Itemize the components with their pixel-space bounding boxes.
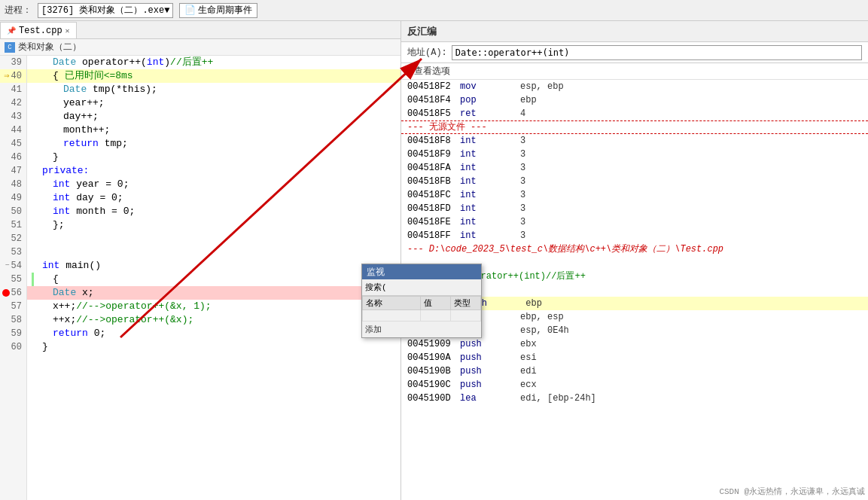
disasm-line-0045190a: 0045190A push esi [401, 351, 868, 364]
code-line-47: private: [27, 164, 400, 178]
monitor-title: 监视 [362, 264, 481, 279]
tab-bar: 📌 Test.cpp ✕ [0, 21, 400, 39]
code-line-50: int month = 0; [27, 205, 400, 218]
monitor-table: 名称 值 类型 [362, 296, 481, 322]
address-bar: 地址(A): [401, 42, 868, 63]
monitor-panel: 监视 搜索( 名称 值 类型 添加 [361, 264, 482, 338]
collapse-options-icon[interactable]: ▼ [406, 67, 411, 76]
process-value: [3276] 类和对象（二）.exe [41, 4, 164, 17]
code-line-59: return 0; [27, 327, 400, 340]
code-line-52 [27, 232, 400, 245]
view-options-bar: ▼ 查看选项 [401, 63, 868, 80]
disasm-line-0045190b: 0045190B push edi [401, 364, 868, 378]
disasm-line-0045190d: 0045190D lea edi, [ebp-24h] [401, 392, 868, 405]
disasm-line-004518fb: 004518FB int 3 [401, 175, 868, 188]
code-line-40: { 已用时间<=8ms [27, 69, 400, 83]
watermark: CSDN @永远热情，永远谦卑，永远真诚 [719, 486, 865, 497]
disasm-line-004518f8: 004518F8 int 3 [401, 134, 868, 148]
code-line-46: } [27, 151, 400, 164]
monitor-col-name: 名称 [363, 297, 421, 310]
code-content[interactable]: Date operator++(int)//后置++ { 已用时间<=8ms D… [27, 56, 400, 500]
tab-close-icon[interactable]: ✕ [65, 26, 70, 35]
code-line-55: { [27, 273, 400, 286]
breadcrumb-bar: C 类和对象（二） [0, 39, 400, 56]
event-button-label: 生命周期事件 [198, 4, 252, 17]
page-icon: 📄 [184, 5, 196, 16]
address-input[interactable] [452, 45, 862, 60]
disasm-line-004518fd: 004518FD int 3 [401, 202, 868, 215]
collapse-54-icon[interactable]: − [5, 259, 10, 273]
breadcrumb-text: 类和对象（二） [18, 41, 81, 53]
code-line-54: int main() [27, 259, 400, 273]
monitor-search-label[interactable]: 搜索( [365, 282, 387, 293]
code-editor: 39 ⇒40 41 42 43 44 45 46 47 48 49 50 51 … [0, 56, 400, 500]
line-numbers: 39 ⇒40 41 42 43 44 45 46 47 48 49 50 51 … [0, 56, 27, 500]
code-line-43: day++; [27, 110, 400, 123]
code-line-45: return tmp; [27, 137, 400, 151]
dropdown-arrow-icon: ▼ [164, 5, 169, 16]
monitor-title-text: 监视 [367, 266, 385, 279]
top-toolbar: 进程： [3276] 类和对象（二）.exe ▼ 📄 生命周期事件 [0, 0, 868, 21]
breakpoint-56[interactable] [2, 289, 10, 297]
disasm-line-004518ff: 004518FF int 3 [401, 229, 868, 242]
disasm-line-004518f9: 004518F9 int 3 [401, 148, 868, 161]
left-panel: 📌 Test.cpp ✕ C 类和对象（二） 39 ⇒40 41 42 43 [0, 21, 401, 500]
code-line-53 [27, 245, 400, 259]
lifecycle-event-button[interactable]: 📄 生命周期事件 [179, 3, 257, 18]
process-dropdown[interactable]: [3276] 类和对象（二）.exe ▼ [38, 3, 173, 18]
disasm-line-004518fc: 004518FC int 3 [401, 188, 868, 202]
disasm-no-source-separator: --- 无源文件 --- [401, 120, 868, 134]
code-line-60: } [27, 340, 400, 354]
disasm-line-00451909: 00451909 push ebx [401, 337, 868, 351]
code-line-58: ++x;//-->operator++(&x); [27, 313, 400, 327]
code-line-56: Date x; [27, 286, 400, 300]
disasm-line-0045190c: 0045190C push ecx [401, 378, 868, 392]
code-line-48: int year = 0; [27, 178, 400, 191]
current-line-arrow: ⇒ [4, 69, 9, 83]
disasm-line-004518fa: 004518FA int 3 [401, 161, 868, 175]
address-label: 地址(A): [407, 46, 447, 59]
disasm-header: 反汇编 [401, 21, 868, 42]
code-line-41: Date tmp(*this); [27, 83, 400, 96]
disasm-line-004518f5: 004518F5 ret 4 [401, 107, 868, 120]
monitor-col-value: 值 [421, 297, 451, 310]
code-line-57: x++;//-->operator++(&x, 1); [27, 300, 400, 313]
code-line-42: year++; [27, 96, 400, 110]
disasm-source-ref: --- D:\code_2023_5\test_c\数据结构\c++\类和对象（… [401, 242, 868, 256]
monitor-col-type: 类型 [451, 297, 481, 310]
view-options-label: 查看选项 [414, 65, 450, 78]
disasm-line-004518f2: 004518F2 mov esp, ebp [401, 80, 868, 93]
code-line-39: Date operator++(int)//后置++ [27, 56, 400, 69]
code-line-49: int day = 0; [27, 191, 400, 205]
monitor-toolbar[interactable]: 搜索( [362, 279, 481, 296]
disasm-line-004518f4: 004518F4 pop ebp [401, 93, 868, 107]
monitor-add-label[interactable]: 添加 [362, 322, 481, 337]
tab-name: Test.cpp [19, 26, 62, 36]
disasm-line-004518fe: 004518FE int 3 [401, 215, 868, 229]
code-line-44: month++; [27, 123, 400, 137]
tab-test-cpp[interactable]: 📌 Test.cpp ✕ [0, 22, 77, 38]
pin-icon: 📌 [7, 26, 16, 35]
code-line-51: }; [27, 218, 400, 232]
right-panel: 反汇编 地址(A): ▼ 查看选项 004518F2 mov esp, ebp [401, 21, 868, 500]
class-icon: C [5, 42, 15, 53]
process-label: 进程： [5, 4, 32, 17]
monitor-empty-row [363, 310, 481, 322]
main-container: 📌 Test.cpp ✕ C 类和对象（二） 39 ⇒40 41 42 43 [0, 21, 868, 500]
disasm-title: 反汇编 [407, 25, 437, 38]
